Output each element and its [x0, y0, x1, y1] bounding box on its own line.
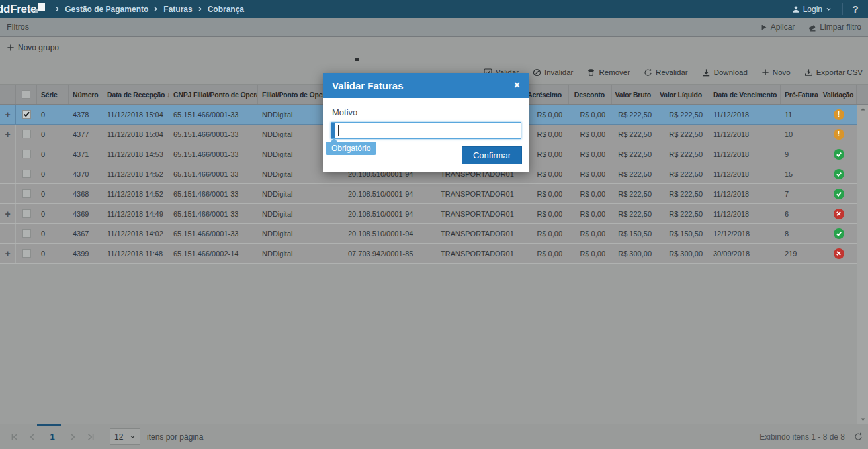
row-checkbox[interactable] — [22, 249, 31, 258]
cell-value: R$ 0,00 — [537, 150, 562, 158]
toolbar-invalidar-button[interactable]: Invalidar — [533, 68, 573, 77]
expand-row-icon[interactable]: + — [5, 249, 10, 258]
confirm-button[interactable]: Confirmar — [462, 146, 522, 164]
column-header-cnpj_filial[interactable]: CNPJ Filial/Ponto de Operação — [169, 85, 258, 104]
column-header-desconto[interactable]: Desconto — [569, 85, 612, 104]
current-page-number[interactable]: 1 — [41, 432, 64, 442]
column-header-label: Acréscimo — [529, 91, 562, 99]
close-icon[interactable]: × — [514, 80, 520, 91]
toolbar-revalidar-button[interactable]: Revalidar — [644, 68, 688, 77]
cell-value: R$ 0,00 — [537, 170, 562, 178]
modal-body: Motivo Obrigatório Confirmar — [323, 98, 529, 172]
cell-value: R$ 0,00 — [580, 210, 605, 218]
cell-recepcao: 11/12/2018 15:04 — [103, 105, 169, 124]
cell-value: 8 — [785, 230, 789, 238]
column-header-label: Data de Recepção — [107, 91, 165, 99]
column-header-recepcao[interactable]: Data de Recepção↓ — [103, 85, 169, 104]
page-size-dropdown[interactable]: 12 — [110, 428, 140, 445]
cell-transportador: TRANSPORTADOR01 — [437, 184, 529, 203]
cell-expand: + — [0, 125, 16, 144]
toolbar-button-label: Download — [714, 68, 748, 76]
help-button[interactable]: ? — [843, 3, 868, 15]
toolbar-download-button[interactable]: Download — [702, 68, 748, 77]
breadcrumb-item[interactable]: Faturas — [163, 5, 192, 14]
column-header-serie[interactable]: Série — [37, 85, 69, 104]
scroll-up-icon[interactable] — [860, 107, 866, 112]
cell-value: R$ 300,00 — [669, 250, 703, 258]
column-header-pre_fatura[interactable]: Pré-Fatura — [781, 85, 820, 104]
cell-value: R$ 0,00 — [580, 130, 605, 138]
table-row[interactable]: +0439911/12/2018 11:4865.151.466/0002-14… — [0, 244, 857, 264]
cell-recepcao: 11/12/2018 15:04 — [103, 125, 169, 144]
cell-value: NDDigital — [262, 111, 292, 119]
cell-value: NDDigital — [262, 230, 292, 238]
row-checkbox[interactable] — [22, 189, 31, 198]
chevron-right-icon — [54, 6, 60, 12]
row-checkbox[interactable] — [22, 150, 31, 158]
cell-value: 0 — [41, 150, 45, 158]
toolbar-remover-button[interactable]: Remover — [587, 68, 630, 77]
column-header-validacao[interactable]: Validação — [820, 85, 857, 104]
new-group-button[interactable]: Novo grupo — [7, 43, 59, 52]
splitter-handle[interactable] — [355, 58, 359, 61]
last-page-button[interactable] — [81, 433, 99, 441]
scroll-down-icon[interactable] — [860, 417, 866, 422]
toolbar-novo-button[interactable]: Novo — [761, 68, 791, 76]
row-checkbox[interactable] — [22, 229, 31, 238]
column-header-valor_bruto[interactable]: Valor Bruto — [612, 85, 658, 104]
breadcrumb-item[interactable]: Gestão de Pagamento — [65, 5, 148, 14]
clear-filter-button[interactable]: Limpar filtro — [808, 23, 861, 32]
table-row[interactable]: 0436711/12/2018 14:0265.151.466/0001-33N… — [0, 224, 857, 244]
cell-cnpj_filial: 65.151.466/0001-33 — [169, 144, 258, 164]
column-header[interactable] — [16, 85, 37, 104]
cell-acrescimo: R$ 0,00 — [529, 184, 569, 203]
column-header-numero[interactable]: Número — [69, 85, 103, 104]
column-header-label: Pré-Fatura — [785, 91, 818, 99]
cell-valor_liquido: R$ 150,50 — [658, 224, 709, 243]
next-page-button[interactable] — [64, 433, 81, 441]
column-header-valor_liquido[interactable]: Valor Líquido — [658, 85, 709, 104]
vertical-scrollbar[interactable] — [857, 105, 868, 424]
table-row[interactable]: 0436811/12/2018 14:5265.151.466/0001-33N… — [0, 184, 857, 204]
cell-check — [16, 125, 37, 144]
row-checkbox[interactable] — [22, 110, 31, 119]
cell-cnpj_transportador: 20.108.510/0001-94 — [344, 224, 437, 243]
motivo-input[interactable] — [331, 122, 521, 139]
row-checkbox[interactable] — [22, 130, 31, 138]
validation-status-badge-warning: ! — [834, 129, 844, 140]
cell-vencimento: 11/12/2018 — [709, 105, 781, 124]
cell-value: R$ 222,50 — [618, 190, 652, 198]
apply-filter-button[interactable]: Aplicar — [760, 23, 795, 32]
first-page-button[interactable] — [5, 433, 23, 441]
cell-value: R$ 0,00 — [537, 111, 562, 119]
login-menu[interactable]: Login — [781, 5, 842, 14]
toolbar-exportar-csv-button[interactable]: Exportar CSV — [804, 68, 863, 77]
cell-value: 4370 — [73, 170, 89, 178]
cell-pre_fatura: 7 — [781, 184, 820, 203]
modal-header: Validar Faturas × — [323, 73, 529, 98]
column-header-vencimento[interactable]: Data de Vencimento — [709, 85, 781, 104]
column-header[interactable] — [0, 85, 16, 104]
cell-recepcao: 11/12/2018 14:53 — [103, 144, 169, 164]
row-checkbox[interactable] — [22, 209, 31, 218]
column-header-acrescimo[interactable]: Acréscimo — [529, 85, 569, 104]
expand-row-icon[interactable]: + — [5, 209, 10, 219]
breadcrumb-item[interactable]: Cobrança — [208, 5, 244, 14]
previous-page-button[interactable] — [23, 433, 41, 441]
row-checkbox[interactable] — [22, 170, 31, 178]
filter-header: Filtros Aplicar Limpar filtro — [0, 18, 868, 37]
table-row[interactable]: +0436911/12/2018 14:4965.151.466/0001-33… — [0, 204, 857, 224]
select-all-checkbox[interactable] — [22, 90, 30, 99]
expand-row-icon[interactable]: + — [5, 130, 10, 139]
cell-serie: 0 — [37, 125, 69, 144]
toolbar-button-label: Invalidar — [544, 68, 573, 76]
cell-value: NDDigital — [262, 210, 292, 218]
cell-transportador: TRANSPORTADOR01 — [437, 224, 529, 243]
validation-status-badge-error — [834, 209, 844, 219]
cell-value: R$ 0,00 — [537, 210, 562, 218]
cell-expand — [0, 164, 16, 183]
expand-row-icon[interactable]: + — [5, 110, 10, 119]
cell-vencimento: 11/12/2018 — [709, 125, 781, 144]
refresh-icon[interactable] — [854, 432, 863, 441]
cell-serie: 0 — [37, 224, 69, 243]
